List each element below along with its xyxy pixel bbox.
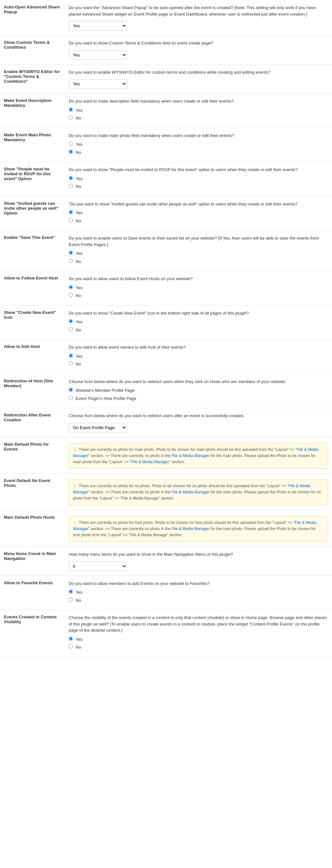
- radio-group-make-description-mandatory: Yes No: [69, 107, 328, 121]
- select-auto-open-share-popup[interactable]: YesNo: [69, 21, 127, 31]
- radio-label-make-description-mandatory-yes[interactable]: Yes: [69, 107, 328, 114]
- radio-input-allow-follow-event-host-no[interactable]: [69, 293, 73, 297]
- setting-label-auto-open-share-popup: Auto-Open Advanced Share Popup: [0, 0, 65, 35]
- settings-row-events-created-in-content-visibility: Events Created in Content VisibilityChoo…: [0, 610, 332, 657]
- warning-icon: ⚠: [73, 484, 76, 488]
- radio-input-allow-edit-host-yes[interactable]: [69, 353, 73, 358]
- settings-row-enable-save-this-event: Enable "Save This Event"Do you want to e…: [0, 230, 332, 271]
- setting-description-menu-items-count: How many menu items do you want to show …: [69, 551, 328, 558]
- file-media-manager-link[interactable]: File & Media Manager: [171, 490, 209, 494]
- select-show-custom-terms[interactable]: YesNo: [69, 50, 127, 60]
- setting-label-show-invited-guests: Show "Invited guests can invite other pe…: [0, 196, 65, 230]
- setting-value-main-default-photo-events: ⚠ There are currently no photo for main …: [65, 437, 332, 474]
- select-enable-wysiwyg[interactable]: YesNo: [69, 79, 127, 89]
- radio-label-make-main-photo-mandatory-yes[interactable]: Yes: [69, 141, 328, 148]
- radio-input-show-people-must-be-invited-no[interactable]: [69, 184, 73, 188]
- radio-label-enable-save-this-event-no[interactable]: No: [69, 258, 328, 265]
- setting-value-auto-open-share-popup: Do you want the "Advanced Share Popup" t…: [65, 0, 332, 35]
- setting-description-redirection-of-host: Choose from below where do you want to r…: [69, 378, 328, 385]
- settings-row-main-default-photo-events: Main Default Photo for Events ⚠ There ar…: [0, 437, 332, 474]
- settings-row-enable-wysiwyg: Enable WYSIWYG Editor for "Custom Terms …: [0, 64, 332, 93]
- setting-value-allow-follow-event-host: Do you want to allow users to follow Eve…: [65, 271, 332, 306]
- radio-input-redirection-of-host-event-plugin's-host-profile-page[interactable]: [69, 396, 73, 400]
- setting-description-enable-wysiwyg: Do you want to enable WYSIWYG Editor for…: [69, 69, 328, 75]
- radio-label-events-created-in-content-visibility-no[interactable]: No: [69, 644, 328, 651]
- radio-input-allow-follow-event-host-yes[interactable]: [69, 285, 73, 289]
- setting-value-allow-favorite-events: Do you want to allow members to add Even…: [65, 576, 332, 610]
- radio-group-allow-edit-host: Yes No: [69, 353, 328, 368]
- setting-label-menu-items-count: Menu Items Count in Main Navigation: [0, 547, 65, 576]
- radio-group-allow-follow-event-host: Yes No: [69, 285, 328, 299]
- radio-group-redirection-of-host: Website's Member Profile Page Event Plug…: [69, 387, 328, 402]
- setting-description-redirection-after-event-creation: Choose from below where do you want to r…: [69, 412, 328, 419]
- radio-label-enable-save-this-event-yes[interactable]: Yes: [69, 250, 328, 257]
- file-media-manager-link[interactable]: File & Media Manager: [171, 454, 209, 458]
- radio-input-show-create-new-event-icon-no[interactable]: [69, 327, 73, 332]
- radio-input-make-description-mandatory-yes[interactable]: [69, 107, 73, 112]
- radio-label-allow-follow-event-host-no[interactable]: No: [69, 292, 328, 299]
- settings-row-allow-edit-host: Allow to Edit HostDo you want to allow e…: [0, 340, 332, 374]
- radio-label-allow-follow-event-host-yes[interactable]: Yes: [69, 285, 328, 291]
- setting-value-show-custom-terms: Do you want to show Custom Terms & Condi…: [65, 35, 332, 65]
- warning-box-event-default-no-event-photo: ⚠ There are currently no photo for no ph…: [69, 479, 328, 505]
- setting-value-main-default-photo-hosts: ⚠ There are currently no photo for host …: [65, 510, 332, 547]
- radio-input-make-description-mandatory-no[interactable]: [69, 115, 73, 120]
- radio-label-redirection-of-host-website's-member-profile-page[interactable]: Website's Member Profile Page: [69, 387, 328, 394]
- select-menu-items-count[interactable]: 64578: [69, 562, 127, 571]
- radio-label-show-invited-guests-no[interactable]: No: [69, 218, 328, 224]
- radio-input-events-created-in-content-visibility-yes[interactable]: [69, 637, 73, 641]
- radio-label-show-people-must-be-invited-yes[interactable]: Yes: [69, 176, 328, 182]
- setting-label-enable-wysiwyg: Enable WYSIWYG Editor for "Custom Terms …: [0, 64, 65, 93]
- radio-label-events-created-in-content-visibility-yes[interactable]: Yes: [69, 636, 328, 643]
- setting-value-make-description-mandatory: Do you want to make description field ma…: [65, 93, 332, 128]
- radio-label-show-people-must-be-invited-no[interactable]: No: [69, 183, 328, 190]
- settings-table: Auto-Open Advanced Share PopupDo you wan…: [0, 0, 332, 657]
- setting-label-allow-favorite-events: Allow to Favorite Events: [0, 576, 65, 610]
- radio-input-redirection-of-host-website's-member-profile-page[interactable]: [69, 388, 73, 392]
- settings-row-show-custom-terms: Show Custom Terms & ConditionsDo you wan…: [0, 35, 332, 65]
- radio-label-allow-favorite-events-no[interactable]: No: [69, 597, 328, 604]
- radio-input-make-main-photo-mandatory-no[interactable]: [69, 150, 73, 154]
- file-media-manager-link[interactable]: File & Media Manager: [171, 527, 209, 531]
- radio-label-show-create-new-event-icon-no[interactable]: No: [69, 327, 328, 333]
- settings-row-allow-favorite-events: Allow to Favorite EventsDo you want to a…: [0, 576, 332, 610]
- settings-row-allow-follow-event-host: Allow to Follow Event HostDo you want to…: [0, 271, 332, 306]
- radio-input-show-people-must-be-invited-yes[interactable]: [69, 176, 73, 180]
- radio-group-show-create-new-event-icon: Yes No: [69, 319, 328, 333]
- radio-label-make-main-photo-mandatory-no[interactable]: No: [69, 149, 328, 156]
- radio-input-show-invited-guests-yes[interactable]: [69, 210, 73, 214]
- radio-label-show-invited-guests-yes[interactable]: Yes: [69, 210, 328, 216]
- settings-row-redirection-after-event-creation: Redirection After Event CreationChoose f…: [0, 408, 332, 437]
- setting-description-make-main-photo-mandatory: Do you want to make main photo field man…: [69, 132, 328, 139]
- radio-input-show-invited-guests-no[interactable]: [69, 218, 73, 222]
- file-media-manager-link[interactable]: File & Media Manager: [131, 460, 169, 464]
- radio-label-allow-edit-host-no[interactable]: No: [69, 361, 328, 368]
- setting-description-show-create-new-event-icon: Do you want to show "Create New Event" i…: [69, 310, 328, 316]
- radio-input-show-create-new-event-icon-yes[interactable]: [69, 319, 73, 323]
- setting-value-menu-items-count: How many menu items do you want to show …: [65, 547, 332, 576]
- radio-label-allow-edit-host-yes[interactable]: Yes: [69, 353, 328, 360]
- radio-group-enable-save-this-event: Yes No: [69, 250, 328, 265]
- setting-value-events-created-in-content-visibility: Choose the visibility of the events crea…: [65, 610, 332, 657]
- radio-label-show-create-new-event-icon-yes[interactable]: Yes: [69, 319, 328, 325]
- radio-group-make-main-photo-mandatory: Yes No: [69, 141, 328, 155]
- radio-input-make-main-photo-mandatory-yes[interactable]: [69, 142, 73, 146]
- setting-value-show-invited-guests: "Do you want to show "Invited guests can…: [65, 196, 332, 230]
- settings-row-make-description-mandatory: Make Event Description MandatoryDo you w…: [0, 93, 332, 128]
- radio-input-events-created-in-content-visibility-no[interactable]: [69, 644, 73, 649]
- radio-label-redirection-of-host-event-plugin's-host-profile-page[interactable]: Event Plugin's Host Profile Page: [69, 395, 328, 402]
- radio-label-allow-favorite-events-yes[interactable]: Yes: [69, 589, 328, 596]
- setting-description-enable-save-this-event: Do you want to enable users to Save even…: [69, 235, 328, 248]
- radio-input-allow-favorite-events-no[interactable]: [69, 598, 73, 602]
- setting-label-allow-follow-event-host: Allow to Follow Event Host: [0, 271, 65, 306]
- setting-label-redirection-after-event-creation: Redirection After Event Creation: [0, 408, 65, 437]
- setting-description-events-created-in-content-visibility: Choose the visibility of the events crea…: [69, 615, 328, 633]
- warning-box-main-default-photo-events: ⚠ There are currently no photo for main …: [69, 443, 328, 469]
- radio-input-enable-save-this-event-yes[interactable]: [69, 251, 73, 255]
- radio-input-enable-save-this-event-no[interactable]: [69, 259, 73, 263]
- warning-icon: ⚠: [73, 447, 76, 452]
- select-redirection-after-event-creation[interactable]: On Event Profile PageOn Event Dashboard: [69, 423, 127, 432]
- radio-input-allow-favorite-events-yes[interactable]: [69, 589, 73, 594]
- radio-input-allow-edit-host-no[interactable]: [69, 361, 73, 366]
- radio-label-make-description-mandatory-no[interactable]: No: [69, 115, 328, 121]
